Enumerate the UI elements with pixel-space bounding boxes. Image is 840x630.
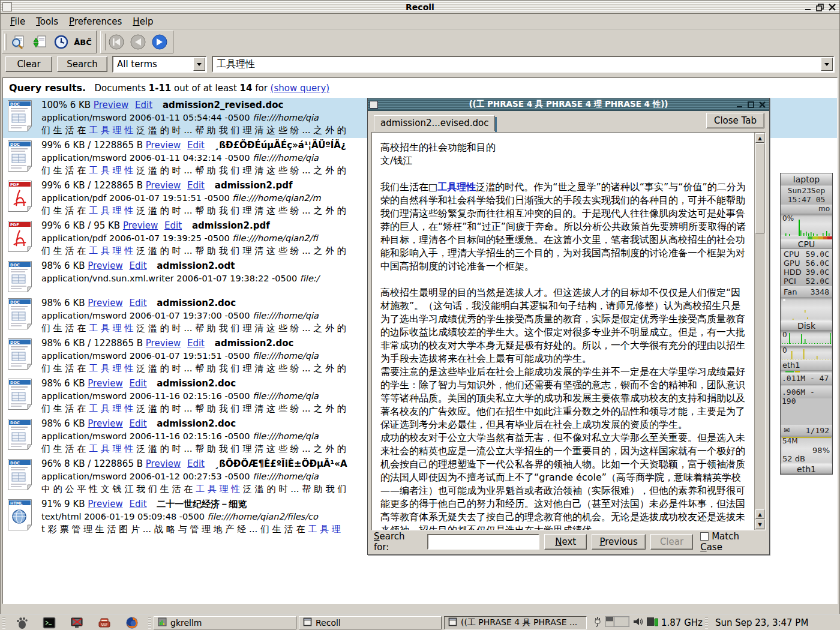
next-page-icon[interactable] (150, 33, 169, 51)
preview-link[interactable]: Preview (146, 338, 181, 349)
previous-page-icon[interactable] (128, 33, 148, 51)
match-case-checkbox[interactable]: Match Case (700, 531, 763, 553)
preview-link[interactable]: Preview (88, 418, 122, 429)
sort-parameters-icon[interactable] (30, 33, 49, 51)
find-next-button[interactable]: Next (544, 534, 587, 550)
close-tab-button[interactable]: Close Tab (706, 113, 764, 128)
firefox-icon[interactable] (124, 616, 140, 629)
cpu-freq-value: 1.87 GHz (661, 617, 703, 628)
menu-file[interactable]: File (5, 14, 30, 29)
document-history-icon[interactable] (52, 33, 71, 51)
show-query-link[interactable]: (show query) (271, 83, 330, 94)
preview-window-title: ((工 PHRASE 4 具 PHRASE 4 理 PHRASE 4 性)) (368, 99, 769, 110)
close-icon[interactable] (758, 101, 766, 109)
edit-link[interactable]: Edit (187, 458, 205, 469)
search-input[interactable]: 工具理性 (212, 56, 835, 73)
results-header: Query results. Documents 1-11 out of at … (3, 78, 837, 96)
preview-link[interactable]: Preview (123, 220, 158, 231)
close-icon[interactable] (828, 3, 836, 11)
preview-link[interactable]: Preview (146, 140, 181, 151)
edit-link[interactable]: Edit (164, 220, 182, 231)
preview-link[interactable]: Preview (146, 458, 181, 469)
scroll-down-icon[interactable]: ▼ (755, 520, 764, 529)
edit-link[interactable]: Edit (130, 260, 147, 271)
preview-link[interactable]: Preview (88, 260, 122, 271)
edit-link[interactable]: Edit (187, 338, 205, 349)
preview-link[interactable]: Preview (88, 298, 122, 308)
result-filename: admission2.pdf (188, 220, 270, 231)
terminal-icon[interactable] (41, 616, 58, 629)
minimize-icon[interactable] (804, 3, 812, 11)
edit-link[interactable]: Edit (187, 140, 205, 151)
result-mime-line: application/pdf 2006-01-07 19:51:51 -050… (41, 192, 346, 205)
find-input[interactable] (427, 534, 539, 550)
scroll-up-icon[interactable]: ▲ (755, 133, 764, 143)
net-rx-value: .011M - 47 (781, 374, 832, 384)
taskbar-task-phrase-4-phrase[interactable]: ((工 PHRASE 4 具 PHRASE ... (444, 616, 587, 629)
panel-handle[interactable] (2, 617, 5, 629)
panel-handle[interactable] (148, 617, 151, 629)
edit-link[interactable]: Edit (135, 100, 152, 110)
scroll-up-icon[interactable]: ▲ (755, 509, 764, 519)
power-plug-icon[interactable] (593, 616, 602, 629)
cpufreq-icon[interactable] (646, 616, 658, 629)
clear-button[interactable]: Clear (5, 56, 52, 72)
result-relevance-size: 98% 6 KB (41, 378, 88, 389)
task-label: gkrellm (170, 618, 202, 628)
edit-link[interactable]: Edit (130, 418, 147, 429)
edit-link[interactable]: Edit (130, 378, 147, 389)
maximize-icon[interactable] (747, 101, 755, 109)
find-previous-button[interactable]: Previous (592, 534, 645, 550)
chevron-down-icon[interactable] (193, 58, 205, 71)
result-url: file:/ (300, 274, 319, 283)
display-off-icon[interactable] (68, 616, 85, 629)
menu-preferences[interactable]: Preferences (64, 14, 127, 29)
result-mime-line: application/msword 2006-01-07 19:51:51 -… (41, 350, 346, 362)
result-snippet: 们 生 活 在 工 具 理 性 泛 滥 的 时 ... 帮 助 我 们 理 清 … (41, 164, 346, 177)
scrollbar-thumb[interactable] (755, 143, 764, 233)
result-mime-line: application/msword 2006-01-12 00:27:53 -… (41, 470, 347, 483)
preview-link[interactable]: Preview (146, 180, 181, 191)
chevron-down-icon[interactable] (821, 58, 833, 71)
result-snippet: 们 生 活 在 工 具 理 性 泛 滥 的 时 ... 帮 助 我 们 理 清 … (41, 322, 346, 335)
preview-link[interactable]: Preview (94, 100, 128, 110)
result-url: file:///home/qian2/files/co (208, 512, 318, 521)
gkrellm-monitor[interactable]: laptop Sun23Sep 15:47 05 mo 0% CPU CPU59… (780, 173, 833, 475)
result-filename: 二十一世纪经济－细览 (153, 499, 247, 509)
preview-link[interactable]: Preview (88, 378, 122, 389)
preview-tab[interactable]: admission2...evised.doc (374, 115, 495, 131)
panel-handle[interactable] (705, 617, 708, 629)
find-clear-button[interactable]: Clear (650, 534, 693, 550)
preview-titlebar[interactable]: ((工 PHRASE 4 具 PHRASE 4 理 PHRASE 4 性)) (368, 98, 769, 111)
search-mode-select[interactable]: All terms (112, 56, 207, 73)
doc-file-icon: DOC (8, 418, 41, 455)
term-explorer-icon[interactable]: ÅBĈ (73, 33, 92, 51)
taskbar-task-gkrellm[interactable]: gkrellm (154, 616, 296, 629)
search-button[interactable]: Search (57, 56, 107, 72)
edit-link[interactable]: Edit (130, 499, 147, 509)
taskbar-task-recoll[interactable]: Recoll (299, 616, 442, 629)
minimize-icon[interactable] (736, 101, 743, 109)
svg-text:DOC: DOC (10, 340, 20, 345)
toolbar: ÅBĈ (1, 30, 839, 54)
maximize-icon[interactable] (816, 3, 824, 11)
typewriter-icon[interactable] (96, 616, 113, 629)
preview-scrollbar[interactable]: ▲ ▲ ▼ (754, 133, 765, 530)
advanced-search-icon[interactable] (8, 33, 28, 51)
first-page-icon[interactable] (107, 33, 126, 51)
checkbox-icon[interactable] (700, 532, 709, 541)
preview-link[interactable]: Preview (88, 499, 122, 509)
edit-link[interactable]: Edit (130, 298, 147, 308)
result-relevance-size: 98% 6 KB (41, 260, 88, 271)
system-tray: 1.87 GHz (593, 616, 703, 629)
html-file-icon: HTML (8, 498, 41, 536)
edit-link[interactable]: Edit (187, 180, 205, 191)
main-titlebar[interactable]: Recoll (1, 1, 839, 14)
menu-help[interactable]: Help (128, 14, 158, 29)
menu-tools[interactable]: Tools (31, 14, 63, 29)
workspace-switcher[interactable] (605, 616, 629, 629)
search-for-label: Search for: (374, 531, 422, 553)
gnome-foot-icon[interactable] (13, 616, 30, 629)
preview-document-text[interactable]: 高校招生的社会功能和目的文/钱江我们生活在□工具理性泛滥的时代。作为“世之显学”… (372, 133, 754, 530)
volume-icon[interactable] (632, 617, 643, 629)
